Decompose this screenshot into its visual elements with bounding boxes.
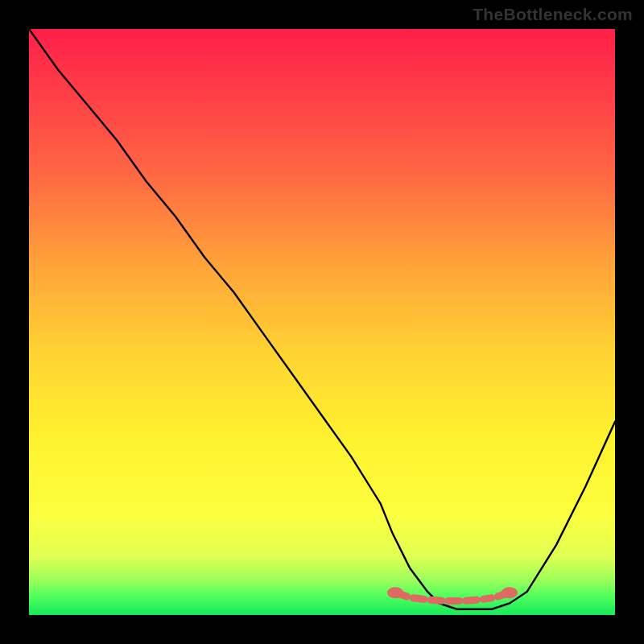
- marker-dash: [431, 600, 442, 601]
- chart-frame: TheBottleneck.com: [0, 0, 644, 644]
- attribution-text: TheBottleneck.com: [473, 5, 633, 24]
- curve-layer: [29, 29, 615, 615]
- marker-dash: [484, 598, 492, 600]
- marker-dash: [398, 594, 407, 597]
- marker-dash: [498, 594, 507, 597]
- marker-group: [387, 587, 518, 601]
- bottleneck-curve: [29, 29, 615, 609]
- marker-dash: [466, 600, 477, 601]
- plot-area: [29, 29, 615, 615]
- marker-dash: [413, 598, 424, 600]
